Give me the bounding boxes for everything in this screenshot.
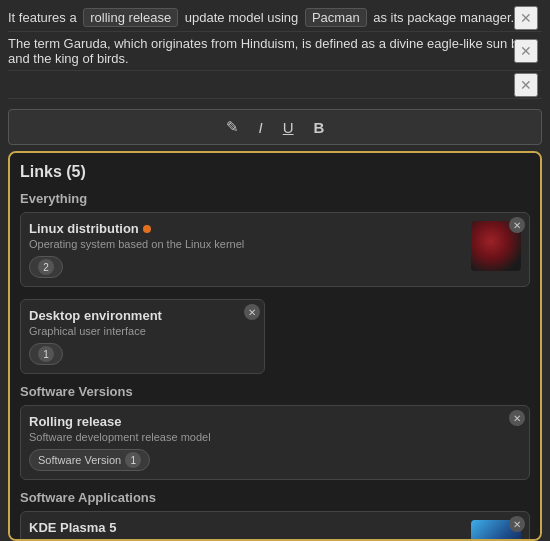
bold-button[interactable]: B xyxy=(308,117,331,138)
orange-dot-icon xyxy=(143,225,151,233)
card-linux-title: Linux distribution xyxy=(29,221,463,236)
linux-tag-count: 2 xyxy=(38,259,54,275)
rolling-release-badge: rolling release xyxy=(83,8,178,27)
card-kde-subtitle: Desktop environment xyxy=(29,537,463,541)
close-line-3-button[interactable]: ✕ xyxy=(514,73,538,97)
section-everything-header: Everything xyxy=(20,191,530,206)
card-rolling-title: Rolling release xyxy=(29,414,521,429)
card-linux-subtitle: Operating system based on the Linux kern… xyxy=(29,238,463,250)
card-linux-distribution: Linux distribution Operating system base… xyxy=(20,212,530,287)
text-line-1: It features a rolling release update mod… xyxy=(8,4,542,32)
rolling-tag-text: Software Version xyxy=(38,454,121,466)
card-linux-left: Linux distribution Operating system base… xyxy=(29,221,463,278)
close-line-1-button[interactable]: ✕ xyxy=(514,6,538,30)
card-rolling-left: Rolling release Software development rel… xyxy=(29,414,521,471)
formatting-toolbar: ✎ I U B xyxy=(8,109,542,145)
close-rolling-button[interactable]: ✕ xyxy=(509,410,525,426)
card-desktop-subtitle: Graphical user interface xyxy=(29,325,256,337)
section-software-apps-header: Software Applications xyxy=(20,490,530,505)
text-line-2-content: The term Garuda, which originates from H… xyxy=(8,36,542,66)
pencil-button[interactable]: ✎ xyxy=(220,116,245,138)
text-line-1-content: It features a rolling release update mod… xyxy=(8,8,514,27)
everything-card-row: Linux distribution Operating system base… xyxy=(20,212,530,374)
close-desktop-button[interactable]: ✕ xyxy=(244,304,260,320)
close-linux-button[interactable]: ✕ xyxy=(509,217,525,233)
text-line-3-content xyxy=(8,77,12,92)
card-desktop-title: Desktop environment xyxy=(29,308,256,323)
card-kde-plasma: KDE Plasma 5 Desktop environment Softwar… xyxy=(20,511,530,541)
desktop-tag-count: 1 xyxy=(38,346,54,362)
italic-button[interactable]: I xyxy=(253,117,269,138)
text-line-2: The term Garuda, which originates from H… xyxy=(8,32,542,71)
card-kde-title: KDE Plasma 5 xyxy=(29,520,463,535)
underline-button[interactable]: U xyxy=(277,117,300,138)
desktop-tag-badge: 1 xyxy=(29,343,63,365)
linux-tag-badge: 2 xyxy=(29,256,63,278)
rolling-tag-count: 1 xyxy=(125,452,141,468)
close-kde-button[interactable]: ✕ xyxy=(509,516,525,532)
panel-title: Links (5) xyxy=(20,163,530,181)
card-rolling-subtitle: Software development release model xyxy=(29,431,521,443)
links-panel: Links (5) Everything Linux distribution … xyxy=(8,151,542,541)
card-kde-left: KDE Plasma 5 Desktop environment Softwar… xyxy=(29,520,463,541)
card-desktop-environment: Desktop environment Graphical user inter… xyxy=(20,299,265,374)
top-text-area: It features a rolling release update mod… xyxy=(0,0,550,103)
rolling-tag-badge: Software Version 1 xyxy=(29,449,150,471)
card-rolling-release: Rolling release Software development rel… xyxy=(20,405,530,480)
close-line-2-button[interactable]: ✕ xyxy=(514,39,538,63)
pacman-badge: Pacman xyxy=(305,8,367,27)
section-software-versions-header: Software Versions xyxy=(20,384,530,399)
text-line-3: ✕ xyxy=(8,71,542,99)
